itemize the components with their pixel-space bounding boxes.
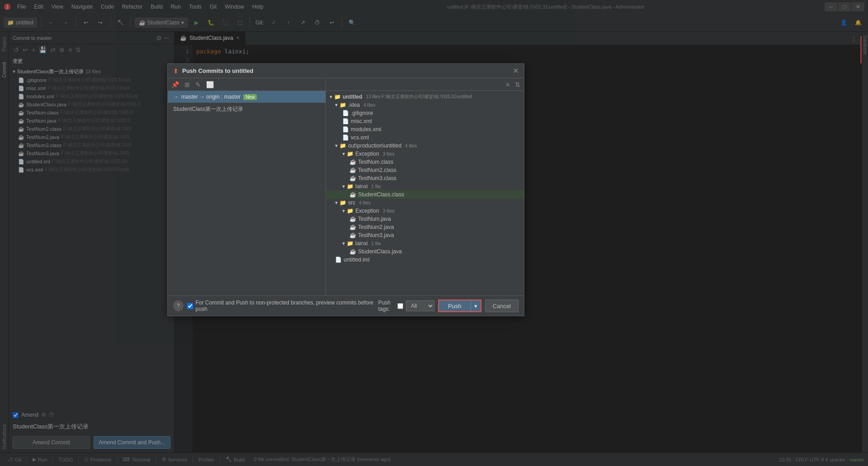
modal-commits-panel: 📌 ⊞ ✎ ⬜ → master → origin : master New S… <box>168 78 326 295</box>
modal-footer: ? For Commit and Push to non-protected b… <box>168 295 524 316</box>
folder-info: 4 files <box>405 143 417 148</box>
modal-edit-button[interactable]: ✎ <box>193 80 203 89</box>
modal-left-toolbar: 📌 ⊞ ✎ ⬜ <box>168 78 326 91</box>
folder-icon: 📁 <box>334 94 341 100</box>
tree-folder-exception2[interactable]: ▾ 📁 Exception 3 files <box>326 207 524 215</box>
footer-checkbox-area: For Commit and Push to non-protected bra… <box>187 300 375 312</box>
chevron-down-icon: ▾ <box>335 200 338 206</box>
modal-close-button[interactable]: ✕ <box>513 67 519 75</box>
file-name: TestNum2.class <box>358 167 396 173</box>
help-button[interactable]: ? <box>173 300 184 311</box>
file-icon: ☕ <box>349 175 356 181</box>
modal-body: 📌 ⊞ ✎ ⬜ → master → origin : master New S… <box>168 78 524 295</box>
list-item[interactable]: 📄 modules.xml <box>326 125 524 133</box>
list-item[interactable]: ☕ StudentClass.java <box>326 247 524 256</box>
file-icon: 📄 <box>335 257 342 263</box>
folder-name: lainxi <box>355 183 368 190</box>
file-name: misc.xml <box>351 118 372 124</box>
push-tags-checkbox[interactable] <box>397 303 403 309</box>
branch-badge: New <box>243 94 257 100</box>
tree-folder-idea[interactable]: ▾ 📁 .idea 4 files <box>326 101 524 109</box>
list-item[interactable]: 📄 vcs.xml <box>326 133 524 142</box>
folder-icon: 📁 <box>347 208 354 214</box>
modal-title: Push Commits to untitled <box>182 67 509 74</box>
folder-icon: 📁 <box>340 143 346 149</box>
preview-checkbox[interactable] <box>187 303 193 309</box>
list-item[interactable]: 📄 untitled.iml <box>326 256 524 264</box>
preview-label: For Commit and Push to non-protected bra… <box>196 300 375 312</box>
modal-filter-button[interactable]: ⇅ <box>513 80 522 89</box>
folder-info: 3 files <box>383 209 395 214</box>
file-name: TestNum.class <box>358 159 393 165</box>
list-item[interactable]: ☕ TestNum2.java <box>326 223 524 231</box>
list-item[interactable]: ☕ StudentClass.class <box>326 190 524 199</box>
folder-name: .idea <box>348 102 360 108</box>
list-item[interactable]: ☕ TestNum.class <box>326 158 524 166</box>
chevron-down-icon: ▾ <box>342 208 345 214</box>
folder-info: 4 files <box>363 103 375 108</box>
file-icon: ☕ <box>349 159 356 165</box>
folder-icon: 📁 <box>347 151 354 157</box>
file-name: StudentClass.java <box>358 248 402 255</box>
tree-root-info: 13 files F:\南京正厚软件公司\课堂\练习\03.31\untitle… <box>366 94 472 100</box>
push-commits-dialog: ⬆ Push Commits to untitled ✕ 📌 ⊞ ✎ ⬜ → m… <box>167 63 524 316</box>
file-name: StudentClass.class <box>358 191 404 198</box>
file-name: .gitignore <box>351 110 373 116</box>
tree-folder-exception[interactable]: ▾ 📁 Exception 3 files <box>326 150 524 158</box>
push-tags-row: Push tags: All None <box>378 300 434 312</box>
folder-icon: 📁 <box>340 102 346 108</box>
tree-root-item[interactable]: ▾ 📁 untitled 13 files F:\南京正厚软件公司\课堂\练习\… <box>326 93 524 101</box>
modal-copy-button[interactable]: ⬜ <box>204 80 216 89</box>
folder-icon: 📁 <box>347 240 354 247</box>
file-name: TestNum3.class <box>358 175 396 181</box>
push-button-group: Push ▾ <box>438 300 481 312</box>
tree-folder-src[interactable]: ▾ 📁 src 4 files <box>326 199 524 207</box>
folder-icon: 📁 <box>340 200 346 206</box>
file-icon: ☕ <box>349 248 356 255</box>
list-item[interactable]: ☕ TestNum2.class <box>326 166 524 174</box>
folder-name: lainxi <box>355 240 368 247</box>
file-name: vcs.xml <box>351 134 369 141</box>
modal-header: ⬆ Push Commits to untitled ✕ <box>168 64 524 78</box>
modal-grid-button[interactable]: ⊞ <box>183 80 192 89</box>
folder-name: Exception <box>355 208 379 214</box>
file-icon: 📄 <box>342 134 349 141</box>
chevron-down-icon: ▾ <box>335 143 338 149</box>
file-name: modules.xml <box>351 126 381 133</box>
list-item[interactable]: ☕ TestNum3.java <box>326 231 524 239</box>
file-icon: 📄 <box>342 118 349 124</box>
chevron-down-icon: ▾ <box>335 102 338 108</box>
list-item[interactable]: ☕ TestNum3.class <box>326 174 524 182</box>
file-name: TestNum3.java <box>358 232 394 238</box>
file-icon: ☕ <box>349 232 356 238</box>
modal-sort-button[interactable]: ≡ <box>504 80 511 89</box>
branch-label: master → origin : master <box>181 94 241 100</box>
file-icon: ☕ <box>349 224 356 230</box>
folder-name: out\production\untitled <box>348 143 401 149</box>
folder-icon: 📁 <box>347 183 354 190</box>
tree-folder-lainxi2[interactable]: ▾ 📁 lainxi 1 file <box>326 239 524 247</box>
push-tags-select[interactable]: All None <box>406 300 434 311</box>
push-button[interactable]: Push <box>438 300 471 312</box>
modal-pin-button[interactable]: 📌 <box>170 80 181 89</box>
chevron-down-icon: ▾ <box>342 240 345 247</box>
footer-right: Push tags: All None Push ▾ Cancel <box>378 300 519 312</box>
list-item[interactable]: 📄 .gitignore <box>326 109 524 117</box>
list-item[interactable]: ☕ TestNum.java <box>326 215 524 223</box>
commit-list-item[interactable]: StudentClass第一次上传记录 <box>168 103 326 116</box>
tree-folder-lainxi[interactable]: ▾ 📁 lainxi 1 file <box>326 182 524 190</box>
branch-item[interactable]: → master → origin : master New <box>168 91 326 103</box>
list-item[interactable]: 📄 misc.xml <box>326 117 524 125</box>
folder-info: 1 file <box>371 241 381 246</box>
chevron-down-icon: ▾ <box>330 94 332 100</box>
push-dropdown-button[interactable]: ▾ <box>471 300 481 312</box>
file-name: TestNum2.java <box>358 224 394 230</box>
file-name: TestNum.java <box>358 216 391 222</box>
tree-folder-out[interactable]: ▾ 📁 out\production\untitled 4 files <box>326 142 524 150</box>
file-icon: 📄 <box>342 110 349 116</box>
cancel-button[interactable]: Cancel <box>485 300 519 312</box>
file-name: untitled.iml <box>344 257 369 263</box>
file-icon: ☕ <box>349 216 356 222</box>
file-icon: ☕ <box>349 191 356 198</box>
folder-name: src <box>348 200 355 206</box>
